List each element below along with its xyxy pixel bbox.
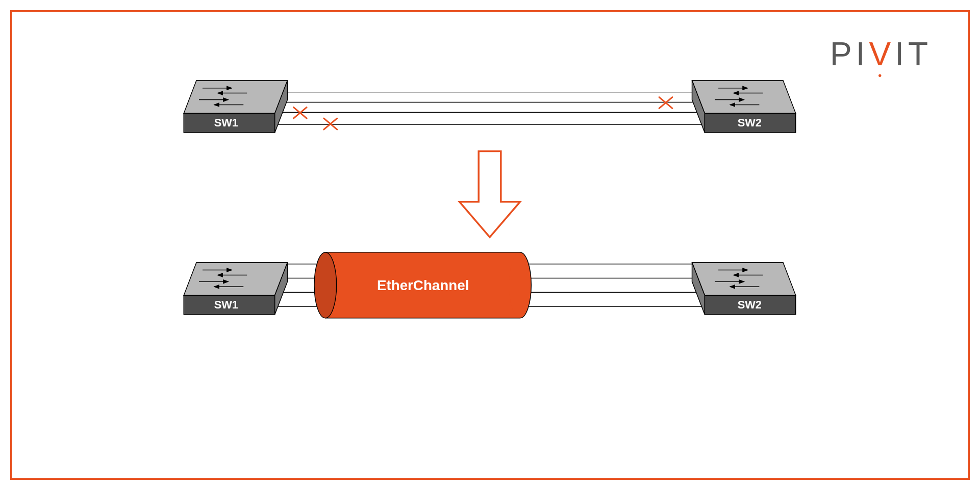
svg-marker-18 xyxy=(692,81,796,113)
svg-marker-11 xyxy=(184,81,287,113)
svg-marker-43 xyxy=(692,263,796,295)
bottom-links-right xyxy=(520,264,712,306)
switch-label: SW2 xyxy=(738,116,762,129)
down-arrow-icon xyxy=(460,151,520,238)
svg-marker-36 xyxy=(184,263,287,295)
switch-label: SW1 xyxy=(214,116,238,129)
etherchannel-cylinder: EtherChannel xyxy=(314,252,531,318)
blocked-x-icon xyxy=(293,107,307,118)
svg-point-34 xyxy=(314,252,337,318)
switch-sw2-bottom: SW2 xyxy=(692,263,796,315)
switch-label: SW1 xyxy=(214,298,238,311)
top-links xyxy=(267,92,712,124)
blocked-x-icon xyxy=(324,118,337,130)
diagram-svg: SW1 SW2 xyxy=(12,12,968,478)
switch-sw2-top: SW2 xyxy=(692,81,796,133)
switch-sw1-top: SW1 xyxy=(184,81,287,133)
switch-label: SW2 xyxy=(738,298,762,311)
diagram-frame: PIV•IT xyxy=(10,10,970,480)
etherchannel-label: EtherChannel xyxy=(377,277,469,293)
blocked-x-icon xyxy=(659,97,672,109)
switch-sw1-bottom: SW1 xyxy=(184,263,287,315)
